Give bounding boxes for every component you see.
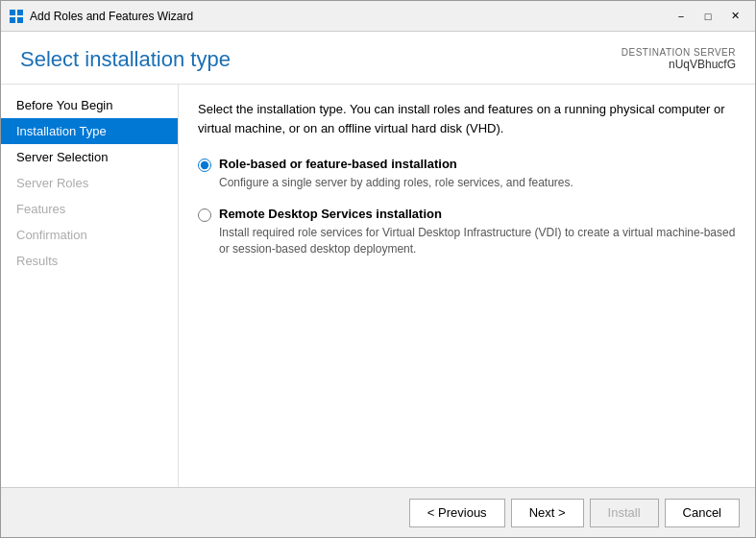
- install-button[interactable]: Install: [590, 499, 659, 527]
- title-bar: Add Roles and Features Wizard − □ ✕: [1, 1, 755, 32]
- sidebar-item-confirmation: Confirmation: [1, 222, 178, 248]
- radio-role-based[interactable]: [198, 159, 211, 172]
- cancel-button[interactable]: Cancel: [665, 499, 740, 527]
- option-role-based: Role-based or feature-based installation…: [198, 157, 736, 191]
- wizard-window: Add Roles and Features Wizard − □ ✕ Sele…: [0, 0, 756, 538]
- sidebar-item-features: Features: [1, 196, 178, 222]
- maximize-button[interactable]: □: [695, 7, 720, 26]
- svg-rect-1: [17, 10, 23, 15]
- close-button[interactable]: ✕: [722, 7, 747, 26]
- option-role-based-title: Role-based or feature-based installation: [219, 157, 457, 171]
- sidebar-item-server-selection[interactable]: Server Selection: [1, 144, 178, 170]
- page-title: Select installation type: [20, 47, 231, 72]
- next-button[interactable]: Next >: [511, 499, 584, 527]
- main-body: Before You Begin Installation Type Serve…: [1, 85, 755, 487]
- destination-server-info: DESTINATION SERVER nUqVBhucfG: [622, 47, 736, 71]
- content-area: Select installation type DESTINATION SER…: [1, 32, 755, 537]
- previous-button[interactable]: < Previous: [409, 499, 505, 527]
- sidebar-item-server-roles: Server Roles: [1, 170, 178, 196]
- footer: < Previous Next > Install Cancel: [1, 487, 755, 537]
- app-icon: [9, 9, 24, 24]
- main-content: Select the installation type. You can in…: [179, 85, 755, 487]
- option-role-based-label[interactable]: Role-based or feature-based installation: [198, 157, 736, 172]
- window-controls: − □ ✕: [669, 7, 747, 26]
- page-header: Select installation type DESTINATION SER…: [1, 32, 755, 85]
- minimize-button[interactable]: −: [669, 7, 694, 26]
- server-name: nUqVBhucfG: [669, 58, 736, 71]
- option-remote-desktop-title: Remote Desktop Services installation: [219, 207, 442, 221]
- sidebar: Before You Begin Installation Type Serve…: [1, 85, 179, 487]
- sidebar-item-installation-type[interactable]: Installation Type: [1, 118, 178, 144]
- svg-rect-3: [17, 17, 23, 23]
- destination-label: DESTINATION SERVER: [622, 47, 736, 58]
- sidebar-item-before-you-begin[interactable]: Before You Begin: [1, 92, 178, 118]
- radio-remote-desktop[interactable]: [198, 208, 211, 222]
- option-remote-desktop-label[interactable]: Remote Desktop Services installation: [198, 207, 736, 222]
- sidebar-item-results: Results: [1, 248, 178, 274]
- svg-rect-0: [10, 10, 15, 15]
- option-role-based-description: Configure a single server by adding role…: [219, 175, 736, 191]
- option-remote-desktop: Remote Desktop Services installation Ins…: [198, 207, 736, 257]
- option-remote-desktop-description: Install required role services for Virtu…: [219, 225, 736, 257]
- svg-rect-2: [10, 17, 15, 23]
- window-title: Add Roles and Features Wizard: [30, 10, 669, 23]
- intro-text: Select the installation type. You can in…: [198, 100, 736, 137]
